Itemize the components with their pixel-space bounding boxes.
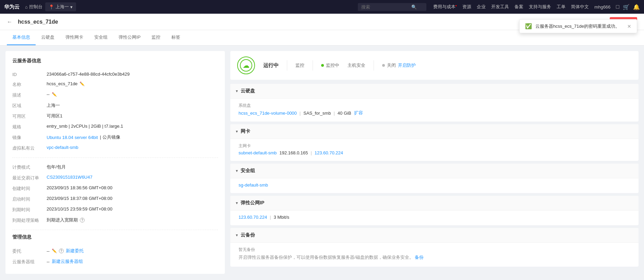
tab-tags[interactable]: 标签	[166, 30, 186, 45]
billing-info-section: 计费模式 包年/包月 最近交易订单 CS2309151831W6U47 创建时间…	[12, 162, 218, 226]
disk-row: hcss_ecs_71de-volume-0000 | SAS_for_smb …	[239, 110, 630, 116]
value-id: 234066a6-c757-4e88-88cd-44cfc0e3b429	[47, 72, 218, 77]
toast-check-icon: ✅	[525, 23, 532, 29]
info-row-desc: 描述 -- ✏️	[12, 90, 218, 100]
nav-user[interactable]: mhg666	[594, 4, 610, 10]
nic-ip2-link[interactable]: 123.60.70.224	[315, 150, 343, 155]
nav-support[interactable]: 支持与服务	[529, 4, 551, 10]
nav-enterprise[interactable]: 企业	[477, 4, 486, 10]
value-name: hcss_ecs_71de ✏️	[47, 81, 218, 86]
edit-delegation-icon[interactable]: ✏️	[52, 249, 57, 253]
monitoring-action[interactable]: 监控中	[321, 62, 339, 68]
value-server-group: -- 新建云服务器组	[47, 258, 218, 265]
elastic-ip-header[interactable]: ▾ 弹性公网IP	[230, 196, 639, 211]
status-sep-1	[287, 60, 287, 71]
edit-name-icon[interactable]: ✏️	[80, 81, 85, 86]
tab-security-group[interactable]: 安全组	[89, 30, 113, 45]
label-desc: 描述	[12, 92, 47, 98]
delegation-help-icon[interactable]: ?	[59, 249, 64, 253]
new-delegation-link[interactable]: 新建委托	[66, 248, 84, 254]
eip-bandwidth: 3 Mbit/s	[274, 215, 290, 220]
cart-icon[interactable]: 🛒	[623, 4, 630, 10]
label-server-group: 云服务器组	[12, 258, 47, 265]
toast-close-button[interactable]: ✕	[627, 24, 631, 29]
disk-sep-2: |	[333, 111, 335, 116]
name-text: hcss_ecs_71de	[47, 81, 77, 86]
open-protection-link[interactable]: 开启防护	[398, 62, 416, 68]
back-button[interactable]: ←	[7, 19, 12, 25]
cloud-disk-header[interactable]: ▾ 云硬盘	[230, 84, 639, 99]
eip-link[interactable]: 123.60.70.224	[239, 215, 267, 220]
disk-expand-link[interactable]: 扩容	[354, 110, 363, 116]
label-expire-policy: 到期处理策略	[12, 217, 47, 224]
value-az: 可用区1	[47, 113, 218, 119]
tab-monitor[interactable]: 监控	[146, 30, 166, 45]
label-expire-time: 到期时间	[12, 206, 47, 213]
status-running-text: 运行中	[263, 62, 279, 69]
elastic-ip-body: 123.60.70.224 | 3 Mbit/s	[230, 211, 639, 225]
new-server-group-link[interactable]: 新建云服务器组	[52, 258, 83, 265]
label-id: ID	[12, 72, 47, 77]
host-security-action[interactable]: 主机安全	[348, 62, 365, 68]
monitor-action[interactable]: 监控	[295, 62, 304, 68]
location-selector[interactable]: 📍 上海一 ▾	[45, 2, 76, 11]
label-image: 镜像	[12, 134, 47, 141]
order-link[interactable]: CS2309151831W6U47	[47, 175, 93, 180]
tab-elastic-nic[interactable]: 弹性网卡	[60, 30, 89, 45]
nic-sep: |	[311, 150, 312, 155]
search-icon[interactable]: 🔍	[411, 4, 417, 10]
status-sep-2	[313, 60, 313, 71]
image-link[interactable]: Ubuntu 18.04 server 64bit	[47, 135, 98, 140]
disk-name-link[interactable]: hcss_ecs_71de-volume-0000	[239, 111, 297, 116]
network-card-body: 主网卡 subnet-default-smb 192.168.0.165 | 1…	[230, 139, 639, 161]
notification-icon[interactable]: 🔔	[633, 4, 640, 10]
value-expire-time: 2023/10/15 23:59:59 GMT+08:00	[47, 206, 218, 212]
cloud-backup-header[interactable]: ▾ 云备份	[230, 228, 639, 243]
window-icon[interactable]: □	[616, 4, 619, 10]
nav-resource[interactable]: 资源	[462, 4, 471, 10]
backup-link[interactable]: 备份	[415, 255, 424, 260]
subnet-link[interactable]: subnet-default-smb	[239, 150, 277, 155]
elastic-ip-chevron: ▾	[236, 201, 238, 205]
nav-beian[interactable]: 备案	[514, 4, 523, 10]
cloud-icon: ☁	[243, 61, 250, 69]
search-bar[interactable]: 🔍	[358, 3, 426, 11]
image-type: | 公共镜像	[100, 134, 120, 140]
search-input[interactable]	[361, 4, 409, 10]
nav-ticket[interactable]: 工单	[557, 4, 566, 10]
expire-policy-help-icon[interactable]: ?	[80, 218, 85, 222]
disk-sep-1: |	[300, 111, 301, 116]
label-start-time: 启动时间	[12, 196, 47, 202]
value-expire-policy: 到期进入宽限期 ?	[47, 217, 218, 223]
network-card-chevron: ▾	[236, 129, 238, 134]
nav-devtools[interactable]: 开发工具	[491, 4, 509, 10]
security-group-header[interactable]: ▾ 安全组	[230, 164, 639, 178]
value-order: CS2309151831W6U47	[47, 175, 218, 180]
security-group-body: sg-default-smb	[230, 178, 639, 193]
network-card-header[interactable]: ▾ 网卡	[230, 124, 639, 139]
nav-cost[interactable]: 费用与成本●	[433, 4, 457, 10]
sg-name-link[interactable]: sg-default-smb	[239, 182, 268, 188]
right-panel: ☁ 运行中 监控 监控中 主机安全 关闭 开启防护	[230, 51, 639, 274]
main-content: 云服务器信息 ID 234066a6-c757-4e88-88cd-44cfc0…	[0, 46, 644, 279]
value-region: 上海一	[47, 102, 218, 109]
info-row-create-time: 创建时间 2023/09/15 18:36:56 GMT+08:00	[12, 183, 218, 194]
info-row-region: 区域 上海一	[12, 100, 218, 111]
left-panel: 云服务器信息 ID 234066a6-c757-4e88-88cd-44cfc0…	[5, 51, 225, 274]
monitoring-label: 监控中	[326, 62, 339, 68]
info-row-image: 镜像 Ubuntu 18.04 server 64bit | 公共镜像	[12, 132, 218, 143]
control-panel-btn[interactable]: ⌂ 控制台	[25, 4, 42, 10]
firewall-label: 关闭	[387, 62, 396, 68]
firewall-action[interactable]: 关闭 开启防护	[382, 62, 416, 68]
tab-basic-info[interactable]: 基本信息	[7, 30, 36, 45]
edit-desc-icon[interactable]: ✏️	[52, 92, 57, 97]
cloud-backup-chevron: ▾	[236, 233, 238, 238]
info-row-name: 名称 hcss_ecs_71de ✏️	[12, 79, 218, 90]
vpc-link[interactable]: vpc-default-smb	[47, 145, 78, 150]
tab-cloud-disk[interactable]: 云硬盘	[36, 30, 60, 45]
management-info-table: 委托 -- ✏️ ? 新建委托 云服务器组 -- 新建云服务器组	[12, 246, 218, 267]
info-row-spec: 规格 entry_smb | 2vCPUs | 2GiB | t7.large.…	[12, 122, 218, 132]
tab-elastic-ip[interactable]: 弹性公网IP	[113, 30, 146, 45]
nav-language[interactable]: 简体中文	[571, 4, 589, 10]
backup-note-text: 开启弹性云服务器备份保护，可以使用备份数据恢复服务器/磁盘的数据，确保业务安全。	[239, 255, 414, 260]
